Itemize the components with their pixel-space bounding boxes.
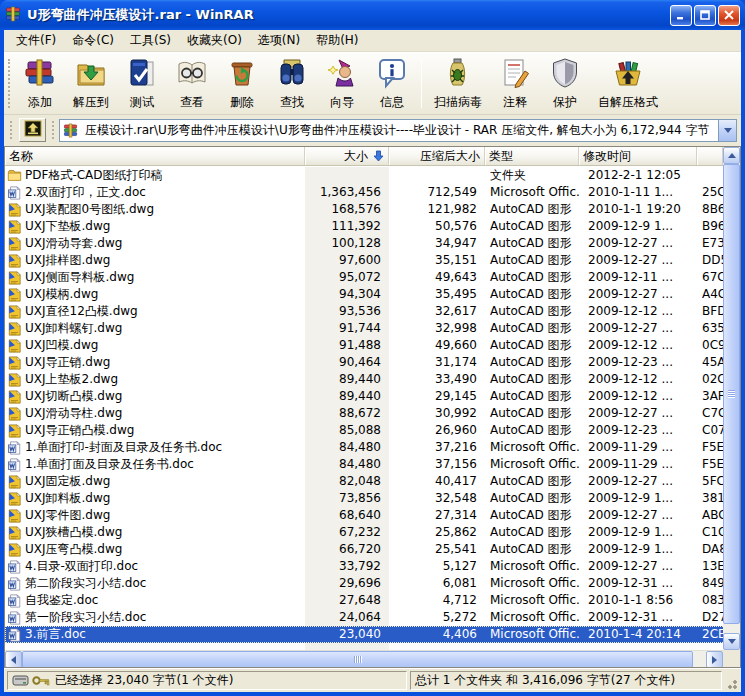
arrow-down-icon (728, 639, 736, 644)
address-grip[interactable] (52, 121, 57, 139)
file-row[interactable]: UXJ下垫板.dwg111,39250,576AutoCAD 图形2009-12… (5, 218, 723, 235)
scrollbar-corner (723, 650, 740, 667)
menu-item-c[interactable]: 命令(C) (64, 30, 122, 51)
horizontal-scroll-thumb[interactable] (22, 651, 693, 668)
file-row[interactable]: UXJ零件图.dwg68,64027,314AutoCAD 图形2009-12-… (5, 507, 723, 524)
file-row[interactable]: UXJ滑动导柱.dwg88,67230,992AutoCAD 图形2009-12… (5, 405, 723, 422)
menu-item-n[interactable]: 选项(N) (250, 30, 308, 51)
toolbar-button-view[interactable]: 查看 (167, 53, 217, 114)
file-row[interactable]: UXJ固定板.dwg82,04840,417AutoCAD 图形2009-12-… (5, 473, 723, 490)
scroll-up-button[interactable] (723, 147, 740, 164)
toolbar-grip[interactable] (8, 59, 13, 108)
file-row[interactable]: 1.单面打印-封面及目录及任务书.doc84,48037,216Microsof… (5, 439, 723, 456)
scroll-right-button[interactable] (706, 651, 723, 668)
title-bar[interactable]: U形弯曲件冲压模设计.rar - WinRAR (0, 0, 745, 30)
file-modified-cell: 2009-12-9 1... (579, 490, 697, 507)
menu-item-o[interactable]: 收藏夹(O) (179, 30, 250, 51)
file-row[interactable]: UXJ模柄.dwg94,30435,495AutoCAD 图形2009-12-2… (5, 286, 723, 303)
archive-path-text: 压模设计.rar\U形弯曲件冲压模设计\U形弯曲件冲压模设计----毕业设计 -… (82, 122, 718, 139)
file-row[interactable]: UXJ导正销凸模.dwg85,08826,960AutoCAD 图形2009-1… (5, 422, 723, 439)
vertical-scrollbar[interactable] (723, 147, 740, 650)
file-row[interactable]: UXJ切断凸模.dwg89,44029,145AutoCAD 图形2009-12… (5, 388, 723, 405)
column-header-类型[interactable]: 类型 (485, 147, 579, 165)
file-modified-cell: 2009-12-12 ... (579, 371, 697, 388)
file-row[interactable]: 2.双面打印，正文.doc1,363,456712,549Microsoft O… (5, 184, 723, 201)
toolbar-button-protect[interactable]: 保护 (540, 53, 590, 114)
archive-path-combobox[interactable]: 压模设计.rar\U形弯曲件冲压模设计\U形弯曲件冲压模设计----毕业设计 -… (59, 119, 737, 142)
status-selection-text: 已经选择 23,040 字节(1 个文件) (55, 672, 233, 689)
column-header-extra[interactable] (697, 147, 723, 165)
file-type-cell: Microsoft Offic... (485, 558, 579, 575)
file-modified-cell: 2009-12-12 ... (579, 303, 697, 320)
file-row[interactable]: UXJ卸料板.dwg73,85632,548AutoCAD 图形2009-12-… (5, 490, 723, 507)
column-header-大小[interactable]: 大小 (305, 147, 389, 165)
file-row[interactable]: UXJ压弯凸模.dwg66,72025,541AutoCAD 图形2009-12… (5, 541, 723, 558)
column-header-压缩后大小[interactable]: 压缩后大小 (389, 147, 485, 165)
toolbar-button-label: 保护 (553, 94, 577, 111)
file-type-cell: AutoCAD 图形 (485, 422, 579, 439)
scroll-down-button[interactable] (723, 633, 740, 650)
horizontal-scrollbar[interactable] (5, 650, 723, 667)
dwg-icon (7, 509, 25, 523)
file-row[interactable]: 第一阶段实习小结.doc24,0645,272Microsoft Offic..… (5, 609, 723, 626)
column-header-名称[interactable]: 名称 (5, 147, 305, 165)
file-row[interactable]: UXJ凹模.dwg91,48849,660AutoCAD 图形2009-12-1… (5, 337, 723, 354)
file-row[interactable]: 4.目录-双面打印.doc33,7925,127Microsoft Offic.… (5, 558, 723, 575)
column-header-修改时间[interactable]: 修改时间 (579, 147, 697, 165)
file-row[interactable]: UXJ狭槽凸模.dwg67,23225,862AutoCAD 图形2009-12… (5, 524, 723, 541)
address-row: 压模设计.rar\U形弯曲件冲压模设计\U形弯曲件冲压模设计----毕业设计 -… (4, 114, 741, 145)
file-row[interactable]: 3.前言.doc23,0404,406Microsoft Offic...201… (5, 626, 723, 643)
file-row[interactable]: PDF格式-CAD图纸打印稿文件夹2012-2-1 12:05 (5, 167, 723, 184)
file-row[interactable]: UXJ卸料螺钉.dwg91,74432,998AutoCAD 图形2009-12… (5, 320, 723, 337)
status-selection-panel: 已经选择 23,040 字节(1 个文件) (7, 671, 407, 690)
file-row[interactable]: 自我鉴定.doc27,6484,712Microsoft Offic...201… (5, 592, 723, 609)
file-name-cell: UXJ装配图0号图纸.dwg (5, 201, 305, 218)
file-name-cell: 第二阶段实习小结.doc (5, 575, 305, 592)
toolbar-button-test[interactable]: 测试 (117, 53, 167, 114)
toolbar-button-extract[interactable]: 解压到 (65, 53, 117, 114)
scroll-left-button[interactable] (5, 651, 22, 668)
vertical-scroll-thumb[interactable] (723, 164, 740, 624)
winrar-app-icon (5, 6, 22, 25)
file-row[interactable]: UXJ直径12凸模.dwg93,53632,617AutoCAD 图形2009-… (5, 303, 723, 320)
toolbar-button-comment[interactable]: 注释 (490, 53, 540, 114)
file-crc-cell: 8B6 (697, 201, 723, 218)
minimize-button[interactable] (670, 5, 692, 26)
toolbar-button-sfx[interactable]: 自解压格式 (590, 53, 666, 114)
file-row[interactable]: UXJ装配图0号图纸.dwg168,576121,982AutoCAD 图形20… (5, 201, 723, 218)
menu-item-h[interactable]: 帮助(H) (308, 30, 366, 51)
up-button-grip[interactable] (10, 121, 15, 139)
file-name-cell: UXJ上垫板2.dwg (5, 371, 305, 388)
file-name-text: UXJ导正销.dwg (25, 354, 110, 371)
resize-grip[interactable] (725, 677, 738, 690)
combobox-dropdown-button[interactable] (718, 120, 736, 141)
file-row[interactable]: UXJ侧面导料板.dwg95,07249,643AutoCAD 图形2009-1… (5, 269, 723, 286)
file-row[interactable]: UXJ上垫板2.dwg89,44033,490AutoCAD 图形2009-12… (5, 371, 723, 388)
dwg-icon (7, 339, 25, 353)
toolbar-button-wizard[interactable]: 向导 (317, 53, 367, 114)
file-row[interactable]: 1.单面打面及目录及任务书.doc84,48037,156Microsoft O… (5, 456, 723, 473)
file-row[interactable]: UXJ导正销.dwg90,46431,174AutoCAD 图形2009-12-… (5, 354, 723, 371)
file-row[interactable]: UXJ排样图.dwg97,60035,151AutoCAD 图形2009-12-… (5, 252, 723, 269)
file-name-cell: UXJ卸料板.dwg (5, 490, 305, 507)
file-name-text: UXJ压弯凸模.dwg (25, 541, 122, 558)
file-row[interactable]: UXJ滑动导套.dwg100,12834,947AutoCAD 图形2009-1… (5, 235, 723, 252)
up-one-level-button[interactable] (19, 118, 46, 142)
file-row[interactable]: 第二阶段实习小结.doc29,6966,081Microsoft Offic..… (5, 575, 723, 592)
toolbar-button-scan[interactable]: 扫描病毒 (426, 53, 490, 114)
file-packed-size-cell: 35,495 (389, 286, 485, 303)
close-button[interactable] (718, 5, 740, 26)
toolbar-button-delete[interactable]: 删除 (217, 53, 267, 114)
toolbar-button-info[interactable]: 信息 (367, 53, 417, 114)
file-size-cell: 89,440 (305, 371, 389, 388)
toolbar-button-add[interactable]: 添加 (15, 53, 65, 114)
toolbar-button-label: 添加 (28, 94, 52, 111)
maximize-button[interactable] (694, 5, 716, 26)
file-name-cell: UXJ固定板.dwg (5, 473, 305, 490)
menu-item-s[interactable]: 工具(S) (122, 30, 179, 51)
toolbar-button-find[interactable]: 查找 (267, 53, 317, 114)
menu-item-f[interactable]: 文件(F) (8, 30, 64, 51)
find-binoculars-icon (276, 57, 308, 92)
file-size-cell: 1,363,456 (305, 184, 389, 201)
file-type-cell: AutoCAD 图形 (485, 303, 579, 320)
